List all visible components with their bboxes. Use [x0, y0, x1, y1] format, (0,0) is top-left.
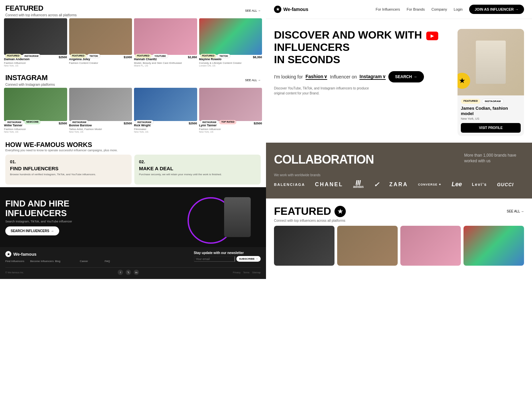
visit-profile-button[interactable]: VISIT PROFILE [461, 123, 521, 133]
influencer-location: Miami FL, US [134, 65, 197, 67]
footer-link-faq[interactable]: FAQ [105, 260, 128, 263]
badge-youtube: YOUTUBE [152, 54, 168, 58]
adidas-stripes-icon [356, 180, 360, 185]
feat-card-img-2 [337, 226, 398, 266]
nav-for-influencers[interactable]: For Influencers [376, 7, 400, 11]
brand-converse: CONVERSE ✦ [418, 183, 442, 186]
nav-login[interactable]: Login [454, 7, 463, 11]
instagram-subtitle: Connect with Instagram platforms [5, 83, 55, 86]
footer-link-career[interactable]: Career [80, 260, 103, 263]
right-featured-title: FEATURED ★ [274, 205, 346, 217]
terms-link[interactable]: Terms [243, 271, 249, 274]
feat-card-4[interactable] [464, 226, 524, 266]
right-see-all[interactable]: SEE ALL → [507, 209, 524, 213]
featured-title: FEATURED [5, 4, 77, 13]
nav-for-brands[interactable]: For Brands [407, 7, 425, 11]
footer-copyright: © We-famous Inc. [5, 271, 24, 274]
influencer-role: Fashion Content Creator [69, 62, 132, 65]
feat-card-2[interactable] [337, 226, 398, 266]
category-dropdown[interactable]: Fashion ∨ [306, 74, 328, 80]
privacy-link[interactable]: Privacy [233, 271, 240, 274]
linkedin-icon[interactable]: in [134, 270, 139, 275]
influencer-price: $2500 [189, 122, 197, 125]
how-cards: 01. FIND INFLUENCERS Browse hundreds of … [5, 155, 261, 185]
collaboration-section: COLLABORATION More than 1,000 brands hav… [266, 143, 532, 199]
newsletter-input-row: SUBSCRIBE → [194, 256, 261, 262]
badge-newcome: NEWCOME [24, 120, 41, 124]
influencer-price: $2500 [254, 122, 262, 125]
instagram-header: INSTAGRAM Connect with Instagram platfor… [0, 69, 266, 88]
twitter-icon[interactable]: 𝕏 [126, 270, 131, 275]
badge-instagram: INSTAGRAM [200, 120, 219, 124]
footer-link-blog[interactable]: Blog [55, 260, 78, 263]
right-featured-section: FEATURED ★ SEE ALL → Connect with top in… [266, 199, 532, 399]
badge-featured: FEATURED [200, 54, 217, 58]
badge-featured: FEATURED [135, 54, 152, 58]
badge-instagram: INSTAGRAM [5, 120, 24, 124]
facebook-icon[interactable]: f [118, 270, 123, 275]
hero-featured-badge: FEATURED [461, 99, 480, 104]
right-featured-header: FEATURED ★ SEE ALL → [274, 205, 524, 217]
hero-title: DISCOVER AND WORK WITH INFLUENCERS IN SE… [274, 29, 451, 66]
youtube-icon [426, 32, 438, 40]
influencer-role: Filmmaker [134, 128, 197, 131]
search-button[interactable]: SEARCH → [388, 71, 424, 82]
influencer-price: $2,850 [188, 56, 197, 59]
how-card-find: 01. FIND INFLUENCERS Browse hundreds of … [5, 155, 132, 185]
influencer-role: Comedy & Lifestyle Content Creator [199, 62, 262, 65]
how-card-desc-1: Browse hundreds of verified Instagram, T… [10, 173, 127, 176]
footer-link-find[interactable]: Find Influencers [5, 260, 29, 263]
footer-link-become[interactable]: Become Influencers [30, 260, 54, 263]
badge-tiktok: TIKTOK [87, 54, 100, 58]
hero-text: DISCOVER AND WORK WITH INFLUENCERS IN SE… [274, 29, 451, 96]
influencer-role: Fashion Influencer [4, 62, 67, 65]
ig-card-4[interactable]: INSTAGRAM TOP RATED Lynn Tanner $2500 Fa… [199, 88, 262, 133]
influencer-card-2[interactable]: FEATURED TIKTOK Angelina Joley $1000 Fas… [69, 18, 132, 67]
ig-card-3[interactable]: INSTAGRAM Rick Wright $2500 Filmmaker Ne… [134, 88, 197, 133]
influencer-role: Model, Beauty and Skin Care Enthusiast [134, 62, 197, 65]
instagram-see-all[interactable]: SEE ALL → [245, 78, 261, 82]
subscribe-button[interactable]: SUBSCRIBE → [236, 256, 261, 262]
feat-card-3[interactable] [400, 226, 461, 266]
search-influencers-button[interactable]: SEARCH INFLUENCERS → [5, 226, 59, 235]
hero-card-location: New York, US [461, 117, 521, 120]
influencer-card-3[interactable]: FEATURED YOUTUBE Hannah Chanttz $2,850 M… [134, 18, 197, 67]
feat-card-1[interactable] [274, 226, 334, 266]
influencer-role: Fashion Influencer [4, 128, 67, 131]
ig-card-1[interactable]: INSTAGRAM NEWCOME Willie Tanner $2500 Fa… [4, 88, 67, 133]
feat-card-img-3 [400, 226, 461, 266]
brand-gucci: GUCCI [497, 182, 514, 187]
influencer-card-1[interactable]: FEATURED INSTAGRAM Damian Anderson $2500… [4, 18, 67, 67]
influencer-location: New York, US [4, 65, 67, 67]
how-card-title-2: MAKE A DEAL [139, 166, 256, 171]
right-featured-subtitle: Connect with top influencers across all … [274, 219, 524, 222]
how-title: HOW WE-FAMOUS WORKS [5, 141, 261, 149]
search-row: I'm looking for Fashion ∨ Influencer on … [274, 71, 451, 82]
newsletter-email-input[interactable] [194, 256, 235, 262]
influencer-price: $8,350 [253, 56, 262, 59]
nav-company[interactable]: Company [431, 7, 447, 11]
influencer-location: New York, US [4, 131, 67, 133]
featured-section-header: FEATURED Connect with top influencers ac… [0, 0, 266, 18]
featured-see-all[interactable]: SEE ALL → [245, 9, 261, 12]
how-card-deal: 02. MAKE A DEAL Purchase securely, we wi… [134, 155, 261, 185]
brands-row: BALENCIAGA CHANEL adidas ✓ ZARA CONVERSE… [274, 180, 524, 189]
ig-card-2[interactable]: INSTAGRAM Bonnie Barstow $2500 Tattoo Ar… [69, 88, 132, 133]
join-influencer-button[interactable]: JOIN AS INFLUENCER → [469, 5, 524, 14]
search-label: I'm looking for [274, 74, 303, 79]
platform-dropdown[interactable]: Instagram ∨ [359, 74, 386, 80]
footer-bottom: © We-famous Inc. f 𝕏 in Privacy Terms Si… [5, 267, 261, 275]
badge-tiktok: TIKTOK [217, 54, 230, 58]
instagram-section: INSTAGRAM Connect with Instagram platfor… [0, 69, 266, 138]
instagram-title: INSTAGRAM [5, 73, 55, 82]
influencer-card-4[interactable]: FEATURED TIKTOK Mayline Rowelo $8,350 Co… [199, 18, 262, 67]
find-hire-title: FIND AND HIRE INFLUENCERS [5, 199, 72, 218]
featured-star-icon: ★ [334, 206, 346, 217]
newsletter-title: Stay update with our newsletter [194, 251, 261, 255]
sitemap-link[interactable]: Sitemap [252, 271, 261, 274]
hero-influencer-card: ★ FEATURED INSTAGRAM James Codian, fashi… [458, 29, 524, 136]
influencer-location: London ON, US [199, 65, 262, 67]
find-hire-desc: Search Instagram, TikTok, and YouTube in… [5, 220, 72, 223]
influencer-location: New York, US [134, 131, 197, 133]
influencer-role: Fashion Influencer [199, 128, 262, 131]
